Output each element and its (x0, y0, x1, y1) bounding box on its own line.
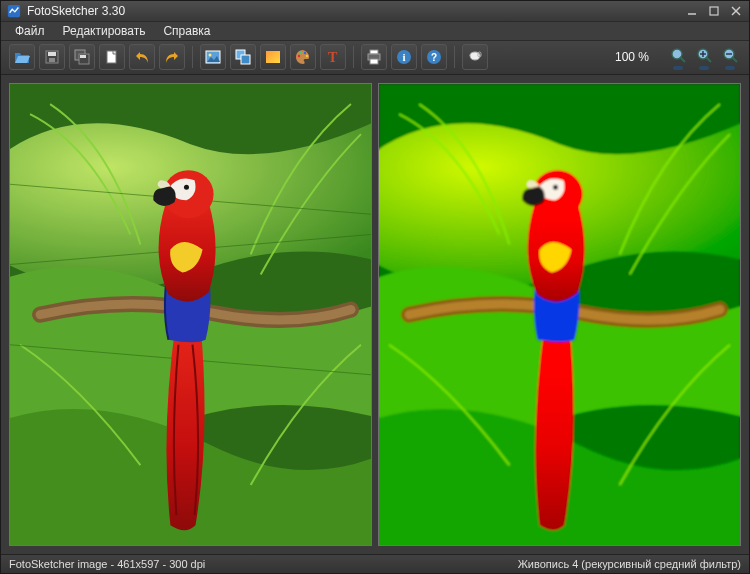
svg-point-51 (553, 184, 558, 189)
svg-line-32 (680, 57, 685, 62)
svg-point-18 (300, 52, 302, 54)
svg-text:?: ? (431, 52, 437, 63)
menubar: Файл Редактировать Справка (1, 22, 749, 41)
window-title: FotoSketcher 3.30 (27, 4, 685, 18)
app-icon (7, 4, 21, 18)
svg-rect-7 (49, 58, 55, 62)
zoom-tools (667, 42, 741, 72)
status-left: FotoSketcher image - 461x597 - 300 dpi (9, 558, 518, 570)
statusbar: FotoSketcher image - 461x597 - 300 dpi Ж… (1, 554, 749, 573)
svg-point-19 (304, 52, 306, 54)
svg-rect-33 (673, 66, 683, 70)
svg-point-48 (184, 184, 189, 189)
new-button[interactable] (99, 44, 125, 70)
svg-line-41 (732, 57, 737, 62)
titlebar: FotoSketcher 3.30 (1, 1, 749, 22)
close-button[interactable] (729, 4, 743, 18)
redo-button[interactable] (159, 44, 185, 70)
svg-point-20 (306, 55, 308, 57)
help-button[interactable]: ? (421, 44, 447, 70)
result-image (379, 84, 740, 545)
toolbar-separator (353, 46, 354, 68)
svg-rect-15 (241, 55, 250, 64)
post-process-button[interactable] (260, 44, 286, 70)
minimize-button[interactable] (685, 4, 699, 18)
svg-rect-38 (699, 66, 709, 70)
menu-file[interactable]: Файл (7, 22, 53, 40)
result-image-pane[interactable] (378, 83, 741, 546)
svg-point-17 (298, 55, 300, 57)
palette-button[interactable] (290, 44, 316, 70)
source-image-button[interactable] (200, 44, 226, 70)
save-as-button[interactable] (69, 44, 95, 70)
zoom-in-button[interactable] (693, 42, 715, 72)
menu-help[interactable]: Справка (155, 22, 218, 40)
source-image (10, 84, 371, 545)
print-button[interactable] (361, 44, 387, 70)
svg-rect-2 (710, 7, 718, 15)
svg-rect-42 (725, 66, 735, 70)
open-button[interactable] (9, 44, 35, 70)
svg-rect-16 (266, 51, 280, 63)
maximize-button[interactable] (707, 4, 721, 18)
zoom-fit-button[interactable] (667, 42, 689, 72)
svg-rect-6 (48, 52, 56, 56)
svg-rect-24 (370, 59, 378, 64)
toolbar-separator (192, 46, 193, 68)
undo-button[interactable] (129, 44, 155, 70)
source-image-pane[interactable] (9, 83, 372, 546)
toolbar-separator (454, 46, 455, 68)
zoom-label: 100 % (605, 50, 659, 64)
zoom-out-button[interactable] (719, 42, 741, 72)
menu-edit[interactable]: Редактировать (55, 22, 154, 40)
app-window: FotoSketcher 3.30 Файл Редактировать Спр… (0, 0, 750, 574)
svg-text:T: T (328, 50, 338, 65)
toolbar: T i ? 100 % (1, 41, 749, 75)
svg-point-13 (209, 54, 212, 57)
save-button[interactable] (39, 44, 65, 70)
svg-rect-10 (80, 55, 86, 58)
svg-text:i: i (402, 51, 405, 63)
info-button[interactable]: i (391, 44, 417, 70)
svg-rect-22 (370, 50, 378, 54)
text-button[interactable]: T (320, 44, 346, 70)
window-controls (685, 4, 743, 18)
svg-line-37 (706, 57, 711, 62)
status-right: Живопись 4 (рекурсивный средний фильтр) (518, 558, 741, 570)
donate-button[interactable] (462, 44, 488, 70)
batch-button[interactable] (230, 44, 256, 70)
content-area (1, 75, 749, 554)
